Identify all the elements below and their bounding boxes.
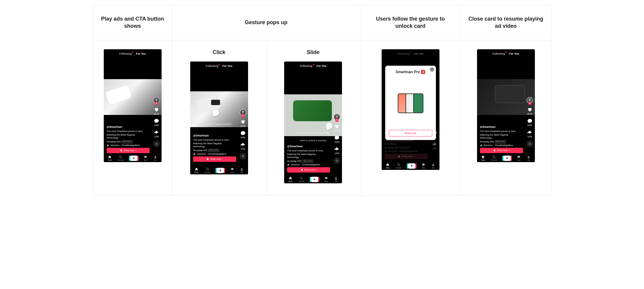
nav-me[interactable]: Me [240,167,244,173]
chevron-right-icon: › [135,149,136,152]
caption-line: featuring the latest flagship technology… [287,153,327,159]
share-button[interactable]: 1256 [334,146,340,154]
nav-me[interactable]: Me [334,176,338,182]
music-disc-icon[interactable] [153,141,160,147]
cta-button[interactable]: Shop now› [193,156,236,162]
card-title: Smartisan Pro 3 [396,70,425,74]
sublabel-click: Click [213,49,225,56]
share-button[interactable]: 1256 [154,129,160,138]
share-button[interactable]: 1256 [240,142,246,150]
comment-button[interactable]: 3456 [527,118,533,126]
share-button[interactable]: 1256 [432,141,438,150]
nav-me[interactable]: Me [527,155,530,161]
cta-label: Shop now [402,155,412,158]
bottom-nav: Home Discover + Inbox Me [104,154,162,162]
nav-me[interactable]: Me [431,163,435,169]
feed-tabs: Following For You [104,52,162,55]
music-row[interactable]: Woohoo - ChristinaAguilera [480,144,520,147]
like-button[interactable]: 25.3k [154,107,160,115]
like-button[interactable]: 25.3k [527,107,533,115]
header-cell-3: Users follow the gesture to unlock card [360,5,461,40]
creator-username[interactable]: @Smartisan [107,125,147,129]
nav-discover[interactable]: Discover [205,167,210,173]
nav-create[interactable]: + [311,177,318,182]
person-icon [240,167,244,171]
nav-discover[interactable]: Discover [396,163,402,169]
tab-following[interactable]: Following [206,64,218,67]
nav-home[interactable]: Home [289,176,292,182]
nav-discover[interactable]: Discover [298,176,304,182]
nav-create[interactable]: + [130,156,138,161]
gesture-text: Slide to unlock a surprise [284,139,342,142]
nav-home[interactable]: Home [108,155,112,161]
comment-button[interactable]: 3456 [240,130,246,139]
nav-inbox[interactable]: Inbox [324,176,328,182]
caption-hashtags: #cosplay #20 [287,160,301,162]
nav-inbox[interactable]: Inbox [230,167,234,173]
creator-username[interactable]: @Smartisan [193,134,233,138]
nav-inbox[interactable]: Inbox [517,155,521,161]
creator-username[interactable]: @Smartisan [287,145,327,148]
creator-username[interactable]: @Smartisan [480,125,520,129]
nav-create[interactable]: + [216,168,224,173]
cta-button[interactable]: Shop now› [480,148,523,153]
creator-avatar[interactable]: T [153,97,160,104]
nav-create[interactable]: + [503,156,511,161]
nav-home[interactable]: Home [481,155,485,161]
music-note-icon [287,164,290,166]
nav-create[interactable]: + [408,163,416,169]
person-icon [527,155,530,159]
music-row[interactable]: Woohoo - ChristinaAguilera [385,150,425,153]
comment-button[interactable]: 3456 [334,135,340,143]
phone-mock-close: FollowingFor You T 25.3k 3456 1256 @Smar… [477,49,535,162]
tab-following[interactable]: Following [119,52,132,55]
card-badge: 3 [421,70,425,74]
tab-for-you[interactable]: For You [222,64,232,67]
slide-arrow-icon [296,133,329,133]
cta-label: Shop now [124,149,134,152]
tab-for-you[interactable]: For You [317,64,326,67]
music-row[interactable]: Woohoo - ChristinaAguilera [107,144,147,147]
heart-icon [334,123,340,129]
tab-for-you[interactable]: For You [136,52,146,55]
body-cell-3: FollowingFor You 3456 1256 @Smartisan Th… [360,40,461,196]
nav-inbox[interactable]: Inbox [422,163,425,169]
nav-inbox[interactable]: Inbox [144,155,147,161]
share-count: 1256 [527,136,532,138]
music-disc-icon[interactable] [334,157,340,164]
music-disc-icon[interactable] [527,141,533,147]
unlock-card: Smartisan Pro 3 Shop now [385,66,436,140]
inbox-icon [517,155,521,159]
tab-following[interactable]: Following [493,52,505,55]
like-button[interactable]: 25.3k [240,119,246,127]
tab-following[interactable]: Following [397,52,410,55]
nav-discover[interactable]: Discover [491,155,497,161]
like-button[interactable]: 25.3k [334,123,340,132]
tab-for-you[interactable]: For You [509,52,519,55]
music-row[interactable]: Woohoo - ChristinaAguilera [193,153,233,156]
nav-home[interactable]: Home [194,167,198,173]
creator-avatar[interactable]: T [334,114,340,120]
header-cell-4: Close card to resume playing ad video [461,5,551,40]
cta-button[interactable]: Shop now › [107,148,150,153]
comment-button[interactable]: 3456 [154,118,160,126]
heart-icon [240,119,246,125]
nav-me[interactable]: Me [154,155,157,161]
creator-avatar[interactable]: T [527,97,533,104]
cta-button[interactable]: Shop now› [287,167,330,173]
tab-following[interactable]: Following [300,64,312,67]
music-row[interactable]: Woohoo - ChristinaAguilera [287,163,327,166]
caption-block: @Smartisan The best Smartisan phone is h… [107,125,147,147]
tab-for-you[interactable]: For You [414,52,424,55]
share-button[interactable]: 1256 [527,129,533,138]
nav-home[interactable]: Home [386,163,390,169]
music-disc-icon[interactable] [240,153,246,159]
right-rail: T 25.3k 3456 1256 [153,97,160,147]
card-cta-button[interactable]: Shop now [389,130,432,136]
close-icon[interactable] [430,67,434,72]
cta-button[interactable]: Shop now› [385,154,428,159]
gesture-hand-icon [325,122,333,130]
nav-discover[interactable]: Discover [118,155,124,161]
comment-icon [527,118,533,124]
creator-avatar[interactable]: T [240,109,246,116]
